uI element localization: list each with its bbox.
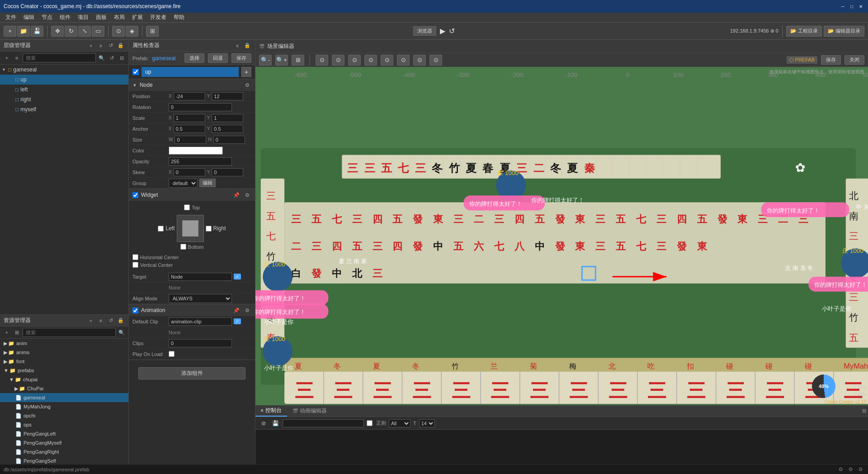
skew-x-input[interactable] <box>174 168 205 176</box>
menu-item-项目[interactable]: 项目 <box>74 13 92 22</box>
asset-penggang-right[interactable]: 📄PengGangRight <box>0 447 128 456</box>
properties-lock[interactable]: 🔒 <box>243 42 251 50</box>
tree-item-left[interactable]: □ left <box>0 85 128 95</box>
menu-item-编辑[interactable]: 编辑 <box>20 13 38 22</box>
hierarchy-list-button[interactable]: ≡ <box>13 54 21 62</box>
snap-button[interactable]: ⊞ <box>146 26 159 37</box>
assets-grid-button[interactable]: ⊞ <box>13 328 21 337</box>
scene-tool-6[interactable]: ⊙ <box>397 55 410 66</box>
position-x-input[interactable] <box>174 92 205 100</box>
skew-y-input[interactable] <box>212 168 243 176</box>
assets-add-folder-button[interactable]: + <box>3 328 11 337</box>
rect-tool[interactable]: ▭ <box>92 26 104 37</box>
scale-y-input[interactable] <box>212 114 243 122</box>
asset-font[interactable]: ▶📁font <box>0 357 128 366</box>
preview-dropdown[interactable]: 浏览器 <box>413 26 436 36</box>
widget-section-header[interactable]: Widget 📌 ⚙ <box>129 189 255 201</box>
widget-section-pin[interactable]: 📌 <box>232 191 241 199</box>
status-icon-2[interactable]: ⊙ <box>846 465 854 474</box>
play-on-load-checkbox[interactable] <box>169 351 175 357</box>
scene-tool-7[interactable]: ⊙ <box>413 55 426 66</box>
menu-item-节点[interactable]: 节点 <box>38 13 56 22</box>
scale-tool[interactable]: ⤡ <box>78 26 91 37</box>
console-filter-input[interactable] <box>283 419 364 427</box>
assets-search-input[interactable] <box>23 328 116 337</box>
scene-tool-4[interactable]: ⊙ <box>364 55 377 66</box>
asset-penggangle[interactable]: 📄PengGangLeft <box>0 429 128 438</box>
assets-add-button[interactable]: + <box>87 317 95 325</box>
project-dir-button[interactable]: 📂 工程目录 <box>786 26 822 37</box>
default-clip-input[interactable] <box>169 318 232 326</box>
asset-opchi[interactable]: 📄opchi <box>0 411 128 420</box>
status-icon-3[interactable]: ⊙ <box>856 465 864 474</box>
asset-penggang-myself[interactable]: 📄PengGangMyself <box>0 438 128 447</box>
widget-enabled-checkbox[interactable] <box>132 192 138 198</box>
node-name-input[interactable] <box>142 67 239 77</box>
hierarchy-lock-button[interactable]: 🔒 <box>117 42 125 50</box>
gizmo-pivot[interactable]: ◈ <box>126 26 138 37</box>
opacity-input[interactable] <box>169 157 232 166</box>
menu-item-面板[interactable]: 面板 <box>92 13 110 22</box>
zoom-in-button[interactable]: 🔍+ <box>275 55 288 66</box>
scene-tool-1[interactable]: ⊙ <box>316 55 328 66</box>
asset-gameseal[interactable]: 📄gameseal <box>0 393 128 402</box>
scene-close-button[interactable]: 关闭 <box>844 55 864 65</box>
play-button[interactable]: ▶ <box>440 27 445 35</box>
log-level-select[interactable]: All Info Warn Error <box>389 419 410 427</box>
collapse-button[interactable]: ⊟ <box>118 54 126 62</box>
assets-search-icon[interactable]: 🔍 <box>118 328 126 337</box>
asset-chupai-folder[interactable]: ▼📁chupai <box>0 375 128 384</box>
assets-lock-button[interactable]: 🔒 <box>117 317 125 325</box>
align-mode-select[interactable]: ALWAYS ONCE <box>169 294 232 303</box>
top-checkbox[interactable] <box>184 204 190 210</box>
add-component-button[interactable]: 添加组件 <box>138 367 245 379</box>
group-edit-button[interactable]: 编辑 <box>199 179 216 187</box>
widget-section-settings[interactable]: ⚙ <box>243 191 251 199</box>
regex-checkbox[interactable] <box>367 420 373 426</box>
size-w-input[interactable] <box>175 136 206 144</box>
zoom-fit-button[interactable]: ⊞ <box>292 55 304 66</box>
color-picker[interactable] <box>169 147 223 155</box>
refresh-hierarchy-button[interactable]: ↺ <box>108 54 116 62</box>
hierarchy-add-node-button[interactable]: + <box>3 54 11 62</box>
asset-penggang-self[interactable]: 📄PengGangSelf <box>0 456 128 464</box>
clear-console-button[interactable]: ⊘ <box>259 419 268 428</box>
prefab-revert-button[interactable]: 回退 <box>208 53 228 63</box>
menu-item-开发者[interactable]: 开发者 <box>146 13 170 22</box>
hierarchy-refresh-button[interactable]: ↺ <box>107 42 115 50</box>
animation-settings[interactable]: ⚙ <box>243 306 251 314</box>
asset-prefabs-folder[interactable]: ▼📁prefabs <box>0 366 128 375</box>
asset-anim[interactable]: ▶📁anim <box>0 339 128 348</box>
asset-mymahjong[interactable]: 📄MyMahJong <box>0 402 128 411</box>
target-input[interactable] <box>169 273 232 281</box>
scene-save-button[interactable]: 保存 <box>821 55 841 65</box>
properties-menu[interactable]: ≡ <box>233 42 241 50</box>
animation-section-header[interactable]: Animation 📌 ⚙ <box>129 304 255 316</box>
scale-x-input[interactable] <box>174 114 205 122</box>
search-icon[interactable]: 🔍 <box>98 54 106 62</box>
node-active-checkbox[interactable] <box>132 69 139 75</box>
hierarchy-add-button[interactable]: + <box>87 42 95 50</box>
assets-refresh-button[interactable]: ↺ <box>107 317 115 325</box>
hierarchy-menu-button[interactable]: ≡ <box>97 42 105 50</box>
minimize-button[interactable]: ─ <box>839 3 846 10</box>
menu-item-扩展[interactable]: 扩展 <box>128 13 146 22</box>
add-component-quick-button[interactable]: + <box>241 67 251 77</box>
menu-item-帮助[interactable]: 帮助 <box>170 13 188 22</box>
animation-pin[interactable]: 📌 <box>232 306 241 314</box>
position-y-input[interactable] <box>212 92 243 100</box>
zoom-out-button[interactable]: 🔍- <box>259 55 272 66</box>
move-tool[interactable]: ✥ <box>51 26 64 37</box>
asset-anims[interactable]: ▶📁anims <box>0 348 128 357</box>
console-content[interactable] <box>255 430 868 464</box>
size-h-input[interactable] <box>213 136 245 144</box>
node-section-settings[interactable]: ⚙ <box>243 81 251 89</box>
group-select[interactable]: default <box>169 179 198 188</box>
rotation-input[interactable] <box>169 103 232 111</box>
tab-animation-editor[interactable]: 🎬 动画编辑器 <box>287 405 332 417</box>
prefab-select-button[interactable]: 选择 <box>184 53 204 63</box>
new-file-button[interactable]: + <box>4 26 16 37</box>
scene-tool-3[interactable]: ⊙ <box>348 55 361 66</box>
font-size-select[interactable]: 14 12 16 <box>419 419 435 427</box>
right-checkbox[interactable] <box>206 226 212 232</box>
